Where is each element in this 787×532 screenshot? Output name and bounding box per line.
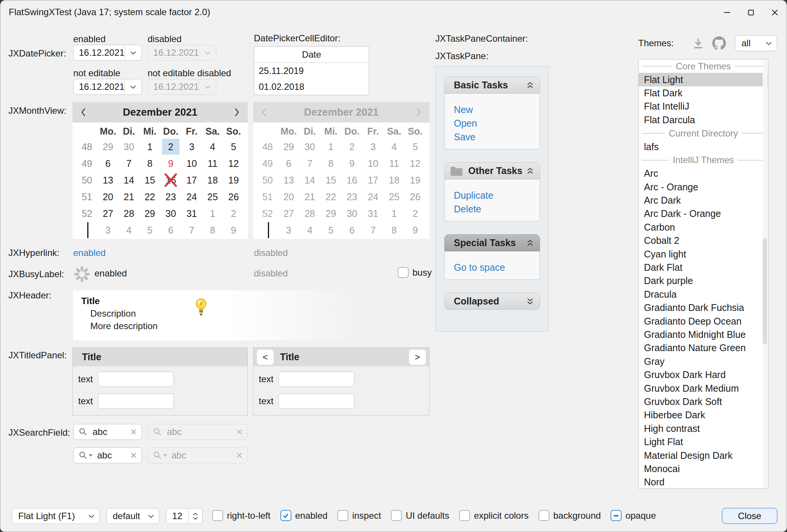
theme-item[interactable]: Dark Flat xyxy=(639,261,768,274)
calendar-day-cell[interactable]: 5 xyxy=(139,225,160,236)
datepicker-not-editable[interactable]: 16.12.2021 xyxy=(73,79,142,95)
theme-item[interactable]: Gradianto Deep Ocean xyxy=(639,314,768,328)
taskpane-link[interactable]: Go to space xyxy=(454,261,540,274)
hyperlink-enabled[interactable]: enabled xyxy=(73,248,105,258)
theme-item[interactable]: Gradianto Nature Green xyxy=(639,341,768,355)
theme-item[interactable]: Flat Darcula xyxy=(639,113,768,127)
theme-item[interactable]: Cyan light xyxy=(639,247,768,261)
calendar-day-cell[interactable]: 4 xyxy=(202,141,223,152)
taskpane-link[interactable]: Open xyxy=(454,116,540,130)
calendar-day-cell[interactable]: 7 xyxy=(118,158,139,169)
calendar-day-cell[interactable]: 6 xyxy=(160,225,181,236)
font-combo[interactable]: default xyxy=(106,508,159,524)
maximize-button[interactable] xyxy=(739,0,763,25)
calendar-day-cell[interactable]: 13 xyxy=(98,175,118,186)
prev-month-button[interactable] xyxy=(75,102,92,122)
calendar-day-cell[interactable]: 9 xyxy=(160,158,181,169)
calendar-day-cell[interactable]: 18 xyxy=(202,175,223,186)
theme-item[interactable]: Arc xyxy=(639,167,768,180)
calendar-day-cell[interactable]: 2 xyxy=(160,139,181,155)
theme-item[interactable]: Flat Dark xyxy=(639,86,768,100)
download-icon[interactable] xyxy=(692,38,704,51)
theme-item[interactable]: Carbon xyxy=(639,221,768,234)
text-field[interactable] xyxy=(279,394,354,409)
taskpane-chevron[interactable] xyxy=(526,239,534,247)
themes-list[interactable]: Core ThemesFlat LightFlat DarkFlat Intel… xyxy=(638,59,768,489)
enabled-checkbox[interactable] xyxy=(280,510,291,521)
theme-item[interactable]: Arc - Orange xyxy=(639,180,768,194)
theme-item[interactable]: High contrast xyxy=(639,422,768,435)
search-icon[interactable] xyxy=(78,427,88,437)
text-field[interactable] xyxy=(98,394,174,409)
calendar-day-cell[interactable]: 20 xyxy=(98,191,118,202)
busy-checkbox[interactable] xyxy=(398,267,409,278)
search-field[interactable]: abc xyxy=(73,424,142,440)
taskpane-header[interactable]: Basic Tasks xyxy=(444,77,540,94)
table-row[interactable]: 25.11.2019 xyxy=(254,63,369,79)
calendar-day-cell[interactable]: 19 xyxy=(223,175,244,186)
calendar-day-cell[interactable]: 7 xyxy=(181,225,202,236)
theme-item[interactable]: lafs xyxy=(639,140,768,153)
text-field[interactable] xyxy=(279,372,354,387)
theme-item[interactable]: Gray xyxy=(639,355,768,368)
theme-item[interactable]: Dark purple xyxy=(639,274,768,287)
minimize-button[interactable] xyxy=(715,0,739,25)
search-field-with-menu[interactable]: abc xyxy=(73,447,142,463)
theme-item[interactable]: Nord xyxy=(639,476,768,489)
calendar-day-cell[interactable]: 14 xyxy=(118,175,139,186)
calendar-day-cell[interactable]: 22 xyxy=(139,191,160,202)
theme-item[interactable]: Arc Dark xyxy=(639,194,768,207)
calendar-day-cell[interactable]: 28 xyxy=(118,208,139,219)
taskpane-chevron[interactable] xyxy=(526,82,534,89)
calendar-day-cell[interactable]: 5 xyxy=(223,141,244,152)
taskpane-link[interactable]: New xyxy=(454,103,540,116)
calendar-day-cell[interactable]: 15 xyxy=(139,175,160,186)
calendar-day-cell[interactable]: 1 xyxy=(202,208,223,219)
theme-item[interactable]: Gradianto Midnight Blue xyxy=(639,328,768,341)
explicit-colors-checkbox[interactable] xyxy=(459,510,470,521)
github-icon[interactable] xyxy=(712,36,726,52)
theme-item[interactable]: Flat Light xyxy=(639,73,768,86)
calendar-day-cell[interactable]: 12 xyxy=(223,158,244,169)
calendar-day-cell[interactable]: 25 xyxy=(202,191,223,202)
calendar-day-cell[interactable]: 8 xyxy=(139,158,160,169)
calendar-day-cell[interactable]: 4 xyxy=(118,225,139,236)
opaque-checkbox[interactable] xyxy=(611,510,622,521)
calendar-day-cell[interactable]: 6 xyxy=(98,158,118,169)
taskpane-header[interactable]: Collapsed xyxy=(444,293,540,310)
calendar-day-cell[interactable]: 29 xyxy=(98,141,118,152)
calendar-day-cell[interactable]: 11 xyxy=(202,158,223,169)
taskpane-link[interactable]: Save xyxy=(454,130,540,144)
spinner-buttons[interactable] xyxy=(188,508,202,524)
next-month-button[interactable] xyxy=(228,102,246,122)
close-window-button[interactable] xyxy=(763,0,787,25)
datepicker-dropdown-button[interactable] xyxy=(124,79,142,94)
taskpane-link[interactable]: Duplicate xyxy=(454,188,540,202)
calendar-day-cell[interactable]: 23 xyxy=(160,191,181,202)
theme-item[interactable]: Gradianto Dark Fuchsia xyxy=(639,301,768,314)
calendar-day-cell[interactable]: 8 xyxy=(202,225,223,236)
taskpane-chevron[interactable] xyxy=(526,167,534,175)
datepicker-enabled[interactable]: 16.12.2021 xyxy=(73,45,142,61)
theme-item[interactable]: Dracula xyxy=(639,288,768,301)
calendar-day-cell[interactable]: 10 xyxy=(181,158,202,169)
calendar-day-cell[interactable]: 26 xyxy=(223,191,244,202)
calendar-day-cell[interactable]: 9 xyxy=(223,225,244,236)
calendar-day-cell[interactable]: 17 xyxy=(181,175,202,186)
theme-item[interactable]: Light Flat xyxy=(639,435,768,449)
calendar-day-cell[interactable]: 16 xyxy=(160,175,181,186)
calendar-day-cell[interactable]: 30 xyxy=(118,141,139,152)
search-input[interactable]: abc xyxy=(93,450,130,461)
theme-item[interactable]: Arc Dark - Orange xyxy=(639,207,768,220)
taskpane-link[interactable]: Delete xyxy=(454,202,540,216)
panel-prev-button[interactable]: < xyxy=(257,350,274,365)
calendar-day-cell[interactable]: 27 xyxy=(98,208,118,219)
laf-combo[interactable]: Flat Light (F1) xyxy=(12,508,100,524)
taskpane-header[interactable]: Other Tasks xyxy=(444,162,540,179)
calendar-day-cell[interactable]: 31 xyxy=(181,208,202,219)
calendar-day-cell[interactable]: 3 xyxy=(98,225,118,236)
date-column-header[interactable]: Date xyxy=(254,47,369,63)
right-to-left-checkbox[interactable] xyxy=(212,510,223,521)
clear-icon[interactable] xyxy=(130,452,137,459)
UI-defaults-checkbox[interactable] xyxy=(391,510,402,521)
